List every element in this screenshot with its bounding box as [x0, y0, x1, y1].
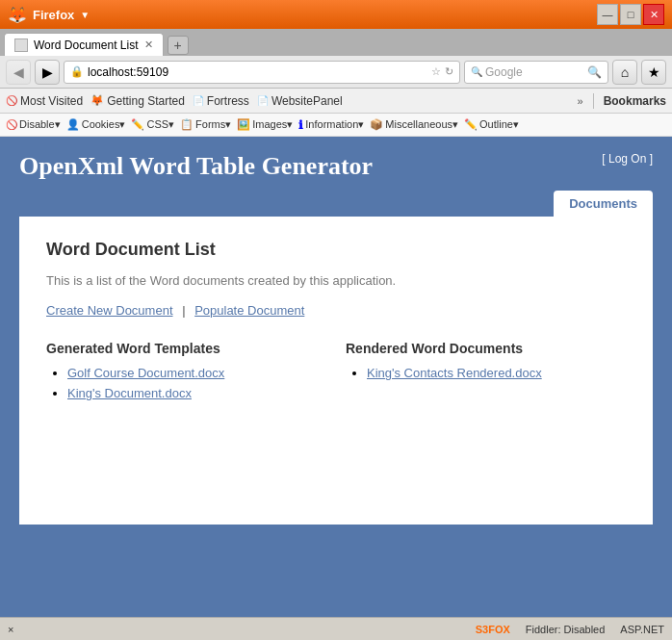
page-title: OpenXml Word Table Generator: [19, 152, 373, 181]
search-engine-icon: 🔍: [471, 66, 482, 77]
firefox-small-icon: 🦊: [90, 94, 104, 107]
populate-document-link[interactable]: Populate Document: [194, 303, 304, 318]
back-button[interactable]: ◀: [6, 60, 31, 85]
page-icon: 📄: [193, 95, 204, 106]
dev-label: Outline▾: [479, 118, 519, 131]
status-right: S3FOX Fiddler: Disabled ASP.NET: [476, 624, 664, 635]
disable-icon: 🚫: [6, 119, 17, 130]
content-description: This is a list of the Word documents cre…: [46, 273, 626, 288]
images-icon: 🖼️: [237, 118, 250, 131]
documents-tab[interactable]: Documents: [554, 191, 653, 217]
fiddler-status: Fiddler: Disabled: [526, 624, 606, 635]
minimize-button[interactable]: —: [597, 4, 618, 25]
bookmark-label: WebsitePanel: [271, 94, 343, 108]
bookmark-getting-started[interactable]: 🦊 Getting Started: [90, 94, 185, 108]
log-on-link[interactable]: [ Log On ]: [602, 152, 653, 166]
s3fox-logo: S3FOX: [476, 624, 510, 635]
window-controls: — □ ✕: [597, 4, 664, 25]
golf-course-doc-link[interactable]: Golf Course Document.docx: [67, 366, 224, 380]
forms-icon: 📋: [180, 118, 194, 131]
create-new-document-link[interactable]: Create New Document: [46, 303, 173, 318]
list-item: Golf Course Document.docx: [67, 366, 326, 380]
dev-label: CSS▾: [146, 118, 174, 131]
content-wrapper: OpenXml Word Table Generator [ Log On ] …: [0, 137, 672, 617]
tab-close-icon[interactable]: ✕: [144, 38, 153, 51]
header-right: [ Log On ]: [602, 152, 653, 166]
generated-templates-list: Golf Course Document.docx King's Documen…: [46, 366, 326, 400]
dev-information[interactable]: ℹ Information▾: [298, 118, 364, 132]
bookmark-websitepanel[interactable]: 📄 WebsitePanel: [257, 94, 343, 108]
bookmark-label: Getting Started: [107, 94, 185, 108]
bookmark-label: Fortress: [207, 94, 249, 108]
bookmark-most-visited[interactable]: 🚫 Most Visited: [6, 94, 83, 108]
page-tab-row: Documents: [0, 191, 672, 217]
css-icon: ✏️: [131, 118, 144, 131]
search-placeholder: Google: [485, 65, 587, 79]
dev-label: Miscellaneous▾: [385, 118, 458, 131]
dev-outline[interactable]: ✏️ Outline▾: [464, 118, 519, 131]
status-left-text: ×: [8, 624, 466, 635]
dev-cookies[interactable]: 👤 Cookies▾: [66, 118, 126, 131]
bookmark-label: Most Visited: [20, 94, 83, 108]
rendered-docs-col: Rendered Word Documents King's Contacts …: [346, 341, 626, 406]
bookmark-fortress[interactable]: 📄 Fortress: [193, 94, 249, 108]
content-heading: Word Document List: [46, 240, 626, 260]
bookmarks-separator: [593, 93, 594, 109]
status-bar: × S3FOX Fiddler: Disabled ASP.NET: [0, 617, 672, 640]
tab-label: Word Document List: [34, 38, 139, 52]
browser-window: 🦊 Firefox ▼ — □ ✕ Word Document List ✕ +…: [0, 0, 672, 640]
outline-icon: ✏️: [464, 118, 478, 131]
dev-label: Forms▾: [195, 118, 231, 131]
page-header: OpenXml Word Table Generator [ Log On ]: [0, 137, 672, 191]
tab-bar: Word Document List ✕ +: [0, 29, 672, 56]
address-text: localhost:59109: [88, 65, 431, 79]
new-tab-button[interactable]: +: [168, 36, 189, 55]
address-icons: ☆ ↻: [431, 65, 453, 78]
maximize-button[interactable]: □: [620, 4, 641, 25]
dev-bar: 🚫 Disable▾ 👤 Cookies▾ ✏️ CSS▾ 📋 Forms▾ 🖼…: [0, 114, 672, 137]
aspnet-status: ASP.NET: [620, 624, 664, 635]
document-columns: Generated Word Templates Golf Course Doc…: [46, 341, 626, 406]
active-tab[interactable]: Word Document List ✕: [4, 33, 164, 56]
favorites-button[interactable]: ★: [641, 60, 666, 85]
dev-label: Images▾: [252, 118, 293, 131]
tab-favicon: [14, 38, 28, 52]
link-separator: |: [182, 303, 185, 318]
address-bar[interactable]: 🔒 localhost:59109 ☆ ↻: [64, 61, 460, 84]
kings-doc-link[interactable]: King's Document.docx: [67, 386, 192, 400]
bookmarks-label[interactable]: Bookmarks: [604, 94, 666, 108]
dev-label: Cookies▾: [82, 118, 126, 131]
search-bar[interactable]: 🔍 Google 🔍: [464, 61, 608, 84]
home-button[interactable]: ⌂: [612, 60, 637, 85]
forward-button[interactable]: ▶: [35, 60, 60, 85]
refresh-icon[interactable]: ↻: [445, 65, 453, 78]
list-item: King's Contacts Rendered.docx: [367, 366, 626, 380]
dev-css[interactable]: ✏️ CSS▾: [131, 118, 174, 131]
firefox-logo-icon: 🦊: [8, 6, 27, 24]
security-icon: 🔒: [70, 65, 84, 78]
bookmark-icon: 🚫: [6, 95, 17, 106]
browser-name-label: Firefox: [33, 8, 74, 22]
dev-disable[interactable]: 🚫 Disable▾: [6, 118, 61, 131]
dropdown-icon: ▼: [80, 10, 90, 20]
search-submit-icon[interactable]: 🔍: [587, 65, 602, 79]
kings-contacts-rendered-link[interactable]: King's Contacts Rendered.docx: [367, 366, 542, 380]
dev-forms[interactable]: 📋 Forms▾: [180, 118, 231, 131]
dev-images[interactable]: 🖼️ Images▾: [237, 118, 293, 131]
rendered-docs-list: King's Contacts Rendered.docx: [346, 366, 626, 380]
star-icon[interactable]: ☆: [431, 65, 441, 78]
misc-icon: 📦: [370, 118, 383, 131]
info-icon: ℹ: [298, 118, 303, 132]
bookmarks-more-button[interactable]: »: [578, 95, 583, 107]
cookies-icon: 👤: [66, 118, 80, 131]
dev-miscellaneous[interactable]: 📦 Miscellaneous▾: [370, 118, 458, 131]
close-button[interactable]: ✕: [643, 4, 664, 25]
generated-templates-col: Generated Word Templates Golf Course Doc…: [46, 341, 326, 406]
footer-spacer: [0, 525, 672, 544]
dev-label: Disable▾: [19, 118, 61, 131]
dev-label: Information▾: [305, 118, 364, 131]
bookmarks-bar: 🚫 Most Visited 🦊 Getting Started 📄 Fortr…: [0, 89, 672, 114]
list-item: King's Document.docx: [67, 386, 326, 400]
col2-title: Rendered Word Documents: [346, 341, 626, 356]
page-icon: 📄: [257, 95, 269, 106]
